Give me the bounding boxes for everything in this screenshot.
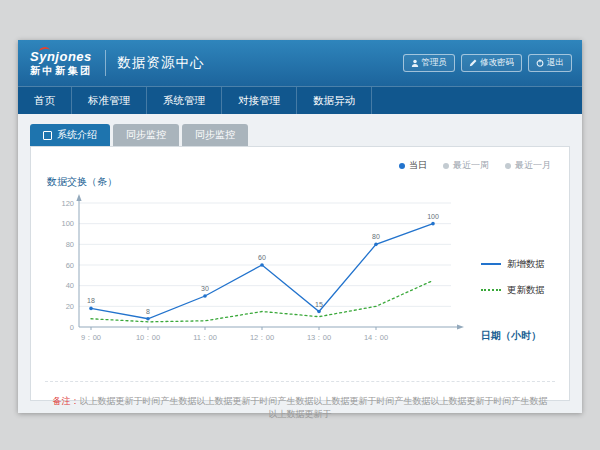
tab-sync-monitor-1[interactable]: 同步监控 [113,124,179,146]
admin-user-button[interactable]: 管理员 [403,54,456,72]
tab-sync-monitor-1-label: 同步监控 [126,128,166,142]
chart-row: 0204060801001209：0010：0011：0012：0013：001… [45,193,555,365]
app-title: 数据资源中心 [118,54,205,72]
tab-square-icon [43,131,52,140]
filter-last-week[interactable]: 最近一周 [443,159,489,172]
footnote-text: 以上数据更新于时间产生数据以上数据更新于时间产生数据以上数据更新于时间产生数据以… [80,396,548,419]
logout-icon [536,59,544,67]
tab-bar: 系统介绍 同步监控 同步监控 [30,124,570,146]
tab-system-intro[interactable]: 系统介绍 [30,124,110,146]
legend-new-data: 新增数据 [481,258,555,271]
change-password-button[interactable]: 修改密码 [461,54,522,72]
legend-new-data-label: 新增数据 [507,258,545,271]
main-nav: 首页 标准管理 系统管理 对接管理 数据异动 [18,86,582,114]
filter-last-month-label: 最近一月 [515,159,551,172]
admin-user-label: 管理员 [422,57,448,69]
filter-dot-icon [399,163,405,169]
svg-text:12：00: 12：00 [250,333,274,342]
legend-updated-data: 更新数据 [481,284,555,297]
x-axis-title: 日期（小时） [481,329,541,343]
svg-text:0: 0 [70,323,74,332]
chart-side-area: 新增数据 更新数据 日期（小时） [477,193,555,361]
y-axis-title: 数据交换（条） [47,175,555,189]
tab-sync-monitor-2-label: 同步监控 [195,128,235,142]
content-area: 系统介绍 同步监控 同步监控 当日 最近一周 [18,114,582,413]
logo-swoosh-icon [38,46,50,55]
svg-text:10：00: 10：00 [136,333,160,342]
filter-dot-icon [443,163,449,169]
filter-today[interactable]: 当日 [399,159,427,172]
nav-item-home[interactable]: 首页 [18,87,72,114]
logout-button[interactable]: 退出 [528,54,572,72]
header: Synjones 新中新集团 数据资源中心 管理员 修改密码 退出 [18,40,582,86]
change-password-label: 修改密码 [480,57,514,69]
user-icon [411,59,419,67]
svg-text:100: 100 [61,219,74,228]
app-window: Synjones 新中新集团 数据资源中心 管理员 修改密码 退出 首页 标准 [18,40,582,413]
chart-panel: 当日 最近一周 最近一月 数据交换（条） 0204060801001209：00… [30,146,570,401]
legend-updated-data-label: 更新数据 [507,284,545,297]
svg-text:30: 30 [201,285,209,292]
line-chart: 0204060801001209：0010：0011：0012：0013：001… [45,193,477,365]
blue-line-icon [481,263,501,265]
svg-text:60: 60 [258,254,266,261]
nav-item-standard-mgmt[interactable]: 标准管理 [72,87,147,114]
header-divider [105,50,106,76]
time-range-filters: 当日 最近一周 最近一月 [399,159,551,172]
svg-text:13：00: 13：00 [307,333,331,342]
nav-item-data-changes[interactable]: 数据异动 [297,87,372,114]
footnote: 备注：以上数据更新于时间产生数据以上数据更新于时间产生数据以上数据更新于时间产生… [45,381,555,420]
green-dashed-line-icon [481,289,501,291]
svg-text:8: 8 [146,308,150,315]
svg-text:9：00: 9：00 [81,333,101,342]
svg-text:14：00: 14：00 [364,333,388,342]
svg-text:100: 100 [427,213,439,220]
svg-text:20: 20 [66,302,74,311]
nav-item-interface-mgmt[interactable]: 对接管理 [222,87,297,114]
svg-text:15: 15 [315,301,323,308]
svg-text:18: 18 [87,297,95,304]
svg-text:80: 80 [372,233,380,240]
svg-text:11：00: 11：00 [193,333,217,342]
brand-logo: Synjones 新中新集团 [28,50,93,76]
nav-item-system-mgmt[interactable]: 系统管理 [147,87,222,114]
svg-text:60: 60 [66,261,74,270]
logout-label: 退出 [547,57,564,69]
filter-dot-icon [505,163,511,169]
svg-text:40: 40 [66,281,74,290]
tab-sync-monitor-2[interactable]: 同步监控 [182,124,248,146]
filter-last-week-label: 最近一周 [453,159,489,172]
svg-text:80: 80 [66,240,74,249]
tab-system-intro-label: 系统介绍 [57,128,97,142]
footnote-prefix: 备注： [53,396,80,406]
svg-text:120: 120 [61,199,74,208]
filter-last-month[interactable]: 最近一月 [505,159,551,172]
pencil-icon [469,59,477,67]
filter-today-label: 当日 [409,159,427,172]
logo-secondary-text: 新中新集团 [30,66,93,77]
